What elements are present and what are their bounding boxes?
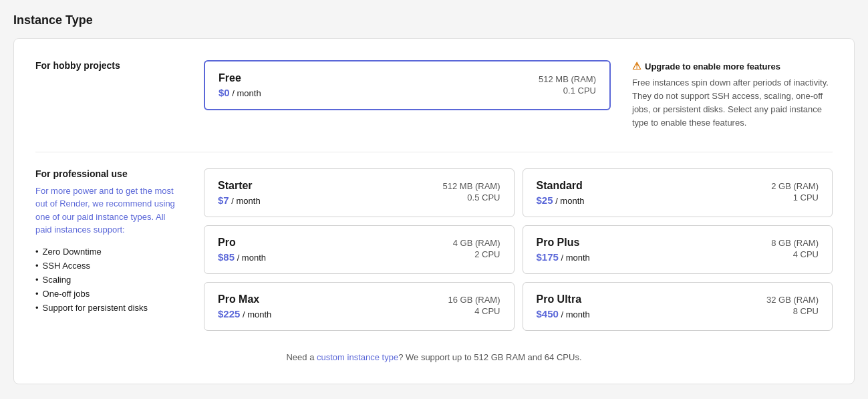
pro-plus-plan-name: Pro Plus (537, 237, 590, 249)
standard-plan-card[interactable]: Standard $25 / month 2 GB (RAM) 1 CPU (523, 168, 833, 217)
pro-plus-plan-info: Pro Plus $175 / month (537, 237, 590, 263)
free-plan-price-suffix: / month (230, 88, 261, 98)
standard-price-suffix: / month (553, 196, 585, 206)
pro-ultra-plan-price: $450 / month (537, 308, 590, 319)
footer-text-after: ? We support up to 512 GB RAM and 64 CPU… (398, 352, 581, 362)
standard-cpu: 1 CPU (771, 192, 819, 203)
standard-plan-price: $25 / month (537, 194, 585, 206)
starter-price-bold: $7 (218, 194, 229, 206)
free-plan-price-bold: $0 (219, 87, 230, 98)
pro-ram: 4 GB (RAM) (453, 238, 500, 248)
pro-max-price-suffix: / month (240, 309, 271, 319)
starter-plan-name: Starter (218, 180, 261, 192)
hobby-label-area: For hobby projects (35, 60, 182, 130)
pro-plus-plan-specs: 8 GB (RAM) 4 CPU (771, 238, 819, 261)
feature-ssh-access: SSH Access (35, 259, 182, 273)
starter-ram: 512 MB (RAM) (443, 181, 500, 191)
pro-max-plan-info: Pro Max $225 / month (218, 293, 271, 319)
upgrade-notice-title: ⚠ Upgrade to enable more features (632, 60, 833, 72)
free-plan-price: $0 / month (219, 87, 261, 98)
pro-max-cpu: 4 CPU (448, 306, 500, 316)
starter-cpu: 0.5 CPU (443, 192, 500, 203)
instance-type-card: For hobby projects Free $0 / month 512 M… (13, 38, 855, 384)
pro-label-title: For professional use (35, 168, 182, 179)
upgrade-notice-title-text: Upgrade to enable more features (645, 61, 780, 72)
pro-max-plan-name: Pro Max (218, 293, 271, 305)
pro-max-ram: 16 GB (RAM) (448, 295, 500, 305)
plans-grid: Starter $7 / month 512 MB (RAM) 0.5 CPU … (204, 168, 833, 331)
pro-ultra-price-bold: $450 (537, 308, 559, 319)
pro-max-plan-card[interactable]: Pro Max $225 / month 16 GB (RAM) 4 CPU (204, 282, 515, 331)
pro-label-desc: For more power and to get the most out o… (35, 184, 182, 237)
pro-ultra-cpu: 8 CPU (766, 306, 819, 316)
starter-price-suffix: / month (229, 196, 261, 206)
pro-ultra-ram: 32 GB (RAM) (766, 295, 819, 305)
pro-plus-cpu: 4 CPU (771, 249, 819, 259)
footer-custom-link[interactable]: custom instance type (317, 352, 398, 362)
section-divider (35, 152, 833, 152)
starter-plan-card[interactable]: Starter $7 / month 512 MB (RAM) 0.5 CPU (204, 168, 515, 217)
pro-plan-name: Pro (218, 237, 266, 249)
standard-plan-name: Standard (537, 180, 585, 192)
pro-ultra-plan-card[interactable]: Pro Ultra $450 / month 32 GB (RAM) 8 CPU (523, 282, 833, 331)
pro-ultra-plan-name: Pro Ultra (537, 293, 590, 305)
free-plan-card[interactable]: Free $0 / month 512 MB (RAM) 0.1 CPU (204, 60, 611, 110)
standard-price-bold: $25 (537, 194, 553, 206)
footer-text-before: Need a (286, 352, 317, 362)
hobby-section: For hobby projects Free $0 / month 512 M… (35, 60, 833, 130)
pro-plans-area: Starter $7 / month 512 MB (RAM) 0.5 CPU … (204, 168, 833, 331)
pro-plan-price: $85 / month (218, 251, 266, 263)
standard-ram: 2 GB (RAM) (771, 181, 819, 191)
pro-cpu: 2 CPU (453, 249, 500, 259)
pro-ultra-price-suffix: / month (559, 309, 590, 319)
pro-price-suffix: / month (235, 253, 266, 263)
free-plan-info: Free $0 / month (219, 72, 261, 98)
free-plan-name: Free (219, 72, 261, 84)
feature-scaling: Scaling (35, 273, 182, 287)
feature-zero-downtime: Zero Downtime (35, 245, 182, 259)
pro-plus-ram: 8 GB (RAM) (771, 238, 819, 248)
starter-plan-price: $7 / month (218, 194, 261, 206)
hobby-plan-area: Free $0 / month 512 MB (RAM) 0.1 CPU (204, 60, 611, 130)
pro-plan-info: Pro $85 / month (218, 237, 266, 263)
feature-list: Zero Downtime SSH Access Scaling One-off… (35, 245, 182, 315)
free-plan-specs: 512 MB (RAM) 0.1 CPU (539, 74, 596, 97)
page-title: Instance Type (13, 13, 855, 27)
pro-ultra-plan-specs: 32 GB (RAM) 8 CPU (766, 295, 819, 317)
pro-plus-plan-card[interactable]: Pro Plus $175 / month 8 GB (RAM) 4 CPU (523, 225, 833, 274)
pro-max-plan-price: $225 / month (218, 308, 271, 319)
feature-one-off-jobs: One-off jobs (35, 287, 182, 301)
warning-icon: ⚠ (632, 60, 641, 72)
starter-plan-info: Starter $7 / month (218, 180, 261, 206)
pro-plan-specs: 4 GB (RAM) 2 CPU (453, 238, 500, 261)
upgrade-notice-desc: Free instances spin down after periods o… (632, 76, 833, 130)
free-plan-cpu: 0.1 CPU (539, 86, 596, 96)
pro-plus-plan-price: $175 / month (537, 251, 590, 263)
pro-label-area: For professional use For more power and … (35, 168, 182, 331)
footer-note: Need a custom instance type? We support … (35, 352, 833, 362)
starter-plan-specs: 512 MB (RAM) 0.5 CPU (443, 181, 500, 204)
pro-ultra-plan-info: Pro Ultra $450 / month (537, 293, 590, 319)
pro-price-bold: $85 (218, 251, 235, 263)
hobby-label-title: For hobby projects (35, 60, 182, 71)
pro-max-price-bold: $225 (218, 308, 240, 319)
standard-plan-specs: 2 GB (RAM) 1 CPU (771, 181, 819, 204)
free-plan-ram: 512 MB (RAM) (539, 74, 596, 84)
feature-persistent-disks: Support for persistent disks (35, 301, 182, 315)
pro-plan-card[interactable]: Pro $85 / month 4 GB (RAM) 2 CPU (204, 225, 515, 274)
standard-plan-info: Standard $25 / month (537, 180, 585, 206)
pro-plus-price-suffix: / month (559, 253, 590, 263)
pro-section: For professional use For more power and … (35, 168, 833, 331)
pro-plus-price-bold: $175 (537, 251, 559, 263)
pro-max-plan-specs: 16 GB (RAM) 4 CPU (448, 295, 500, 317)
upgrade-notice: ⚠ Upgrade to enable more features Free i… (632, 60, 833, 130)
